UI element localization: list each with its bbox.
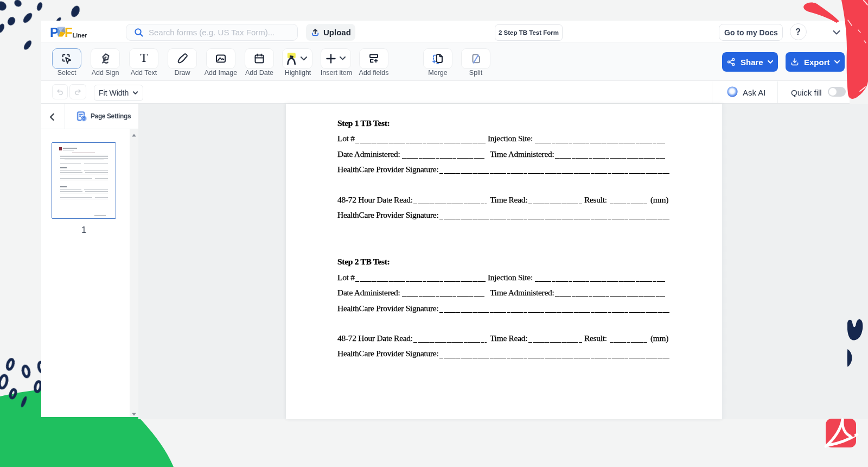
svg-text:F: F: [65, 26, 73, 40]
svg-text:P: P: [50, 26, 59, 40]
svg-text:Liner: Liner: [73, 32, 88, 39]
